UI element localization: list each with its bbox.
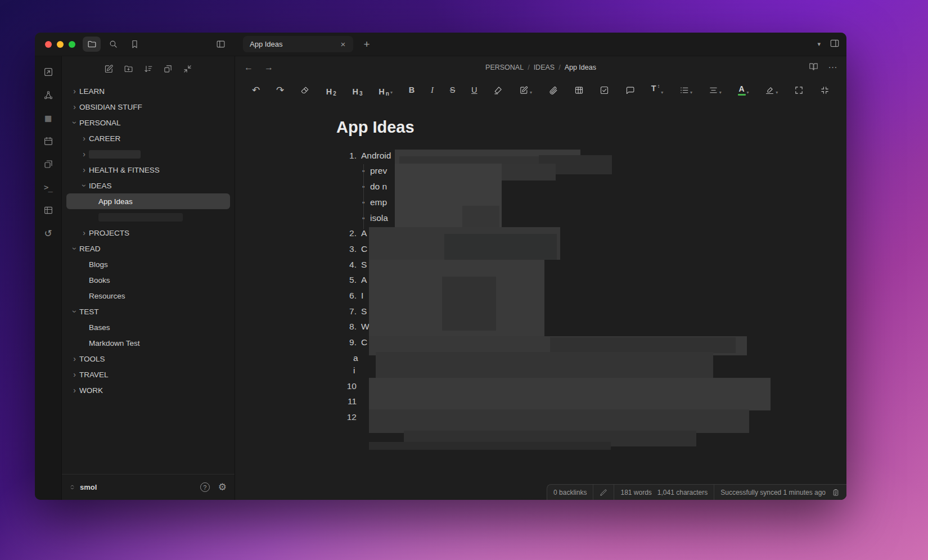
italic-icon[interactable]: I xyxy=(431,84,434,96)
strikethrough-icon[interactable]: S xyxy=(450,84,456,96)
align-icon[interactable]: ▾ xyxy=(709,84,722,96)
new-note-icon[interactable] xyxy=(104,64,114,74)
vault-switcher[interactable]: smol ? ⚙ xyxy=(62,474,235,500)
tree-file-blogs[interactable]: Blogs xyxy=(66,256,230,272)
minimize-window-button[interactable] xyxy=(57,41,64,48)
highlight-color-icon[interactable]: ▾ xyxy=(765,84,778,96)
explorer-toolbar xyxy=(62,56,235,81)
insert-table-icon[interactable] xyxy=(574,84,584,96)
redacted-block xyxy=(502,164,556,180)
text-size-icon[interactable]: T↕▾ xyxy=(651,84,663,96)
font-color-icon[interactable]: A ▾ xyxy=(738,84,749,96)
undo-icon[interactable]: ↶ xyxy=(252,84,260,96)
insert-template-icon[interactable]: ▾ xyxy=(519,84,532,96)
editor-pane: ← → PERSONAL/IDEAS/App Ideas … ↶ ↷ xyxy=(235,56,846,500)
file-explorer: ›LEARN ›OBSIDIAN STUFF ›PERSONAL ›CAREER… xyxy=(62,56,235,500)
chevron-down-icon: › xyxy=(80,181,88,191)
tree-folder-work[interactable]: ›WORK xyxy=(66,382,230,398)
quick-switcher-icon[interactable] xyxy=(43,66,54,78)
tree-folder-career[interactable]: ›CAREER xyxy=(66,130,230,146)
status-bar: 0 backlinks 181 words 1,041 characters S… xyxy=(547,484,846,500)
new-folder-icon[interactable] xyxy=(124,64,134,74)
collapse-all-icon[interactable] xyxy=(183,64,193,74)
tree-folder-tools[interactable]: ›TOOLS xyxy=(66,351,230,367)
tree-folder-ideas[interactable]: ›IDEAS xyxy=(66,178,230,193)
redo-icon[interactable]: ↷ xyxy=(276,84,284,96)
card-explorer-icon[interactable] xyxy=(43,159,54,170)
tree-file-books[interactable]: Books xyxy=(66,272,230,288)
tree-file-redacted[interactable] xyxy=(66,209,230,225)
note-content[interactable]: App Ideas 1.Android •prev •do n •emp •is… xyxy=(235,101,846,500)
heading-3-button[interactable]: H3 xyxy=(353,84,363,96)
breadcrumb-current: App Ideas xyxy=(565,64,596,71)
highlighter-icon[interactable] xyxy=(493,84,503,96)
tree-file-app-ideas[interactable]: App Ideas xyxy=(66,193,230,209)
close-window-button[interactable] xyxy=(45,41,52,48)
breadcrumb-personal[interactable]: PERSONAL xyxy=(485,64,524,71)
left-ribbon: ▦ >_ ↺ xyxy=(35,56,62,500)
tree-folder-learn[interactable]: ›LEARN xyxy=(66,83,230,99)
titlebar-left xyxy=(35,33,235,56)
toggle-right-sidebar-button[interactable] xyxy=(830,38,840,51)
caret-down-icon: ▾ xyxy=(530,91,532,95)
search-tab-button[interactable] xyxy=(104,37,122,52)
minimize-icon[interactable] xyxy=(820,84,830,96)
sync-history-icon[interactable] xyxy=(832,485,841,500)
edit-mode-button[interactable] xyxy=(593,485,614,500)
tree-folder-personal[interactable]: ›PERSONAL xyxy=(66,115,230,130)
chevron-right-icon: › xyxy=(79,134,89,142)
tree-folder-read[interactable]: ›READ xyxy=(66,241,230,256)
tree-folder-projects[interactable]: ›PROJECTS xyxy=(66,225,230,241)
forward-icon[interactable]: → xyxy=(264,62,273,73)
folder-label: HEALTH & FITNESS xyxy=(89,166,160,174)
toggle-left-sidebar-button[interactable] xyxy=(211,37,229,52)
bullet-list-icon[interactable]: ▾ xyxy=(679,84,692,96)
tree-file-bases[interactable]: Bases xyxy=(66,319,230,335)
history-icon[interactable]: ↺ xyxy=(43,228,54,239)
tab-app-ideas[interactable]: App Ideas × xyxy=(243,36,353,52)
heading-picker-button[interactable]: Hn▾ xyxy=(379,84,393,96)
daily-note-calendar-icon[interactable] xyxy=(43,136,54,147)
tree-folder-health-fitness[interactable]: ›HEALTH & FITNESS xyxy=(66,162,230,178)
chevron-right-icon: › xyxy=(70,371,79,378)
tree-folder-obsidian-stuff[interactable]: ›OBSIDIAN STUFF xyxy=(66,99,230,115)
sort-icon[interactable] xyxy=(143,64,154,74)
tree-folder-test[interactable]: ›TEST xyxy=(66,304,230,319)
help-icon[interactable]: ? xyxy=(200,482,210,492)
breadcrumb-ideas[interactable]: IDEAS xyxy=(534,64,555,71)
card-layout-icon[interactable] xyxy=(163,64,173,74)
tree-file-markdown-test[interactable]: Markdown Test xyxy=(66,335,230,351)
sync-status: Successfully synced 1 minutes ago xyxy=(714,485,832,500)
folder-label: TOOLS xyxy=(79,355,105,363)
canvas-icon[interactable]: ▦ xyxy=(43,112,54,124)
maximize-icon[interactable] xyxy=(794,84,804,96)
settings-gear-icon[interactable]: ⚙ xyxy=(218,481,227,493)
graph-view-icon[interactable] xyxy=(43,89,54,101)
heading-2-button[interactable]: H2 xyxy=(326,84,336,96)
tab-close-icon[interactable]: × xyxy=(338,39,348,49)
reading-view-button[interactable] xyxy=(809,62,818,74)
table-view-icon[interactable] xyxy=(43,205,54,216)
tree-file-resources[interactable]: Resources xyxy=(66,288,230,304)
comment-icon[interactable] xyxy=(625,84,635,96)
terminal-icon[interactable]: >_ xyxy=(43,182,54,193)
attachment-icon[interactable] xyxy=(548,84,558,96)
new-tab-button[interactable]: + xyxy=(360,38,373,51)
tree-folder-redacted[interactable]: › xyxy=(66,146,230,162)
font-color-swatch xyxy=(738,94,746,96)
bold-icon[interactable]: B xyxy=(409,84,415,96)
zoom-window-button[interactable] xyxy=(69,41,75,48)
tab-title: App Ideas xyxy=(250,40,338,48)
folder-label: PROJECTS xyxy=(89,229,129,237)
tree-folder-travel[interactable]: ›TRAVEL xyxy=(66,367,230,382)
backlinks-count[interactable]: 0 backlinks xyxy=(547,485,593,500)
checkbox-icon[interactable] xyxy=(600,84,609,96)
underline-icon[interactable]: U xyxy=(471,84,477,96)
file-explorer-tab-button[interactable] xyxy=(83,37,101,52)
list-item: 12 xyxy=(337,412,361,424)
bookmarks-tab-button[interactable] xyxy=(125,37,143,52)
app-body: ▦ >_ ↺ xyxy=(35,56,846,500)
clear-formatting-icon[interactable] xyxy=(300,84,310,96)
back-icon[interactable]: ← xyxy=(244,62,253,73)
tab-list-chevron-icon[interactable]: ▾ xyxy=(817,40,821,48)
